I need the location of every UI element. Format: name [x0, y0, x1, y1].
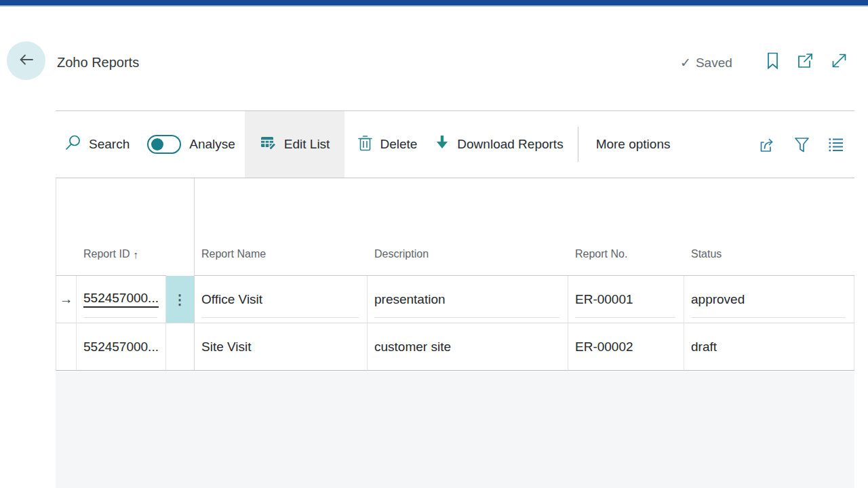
popout-icon[interactable]	[796, 52, 814, 70]
list-empty-area	[56, 371, 854, 488]
action-toolbar: Search Analyse Edit List Delete	[56, 110, 854, 178]
more-options-label: More options	[596, 137, 671, 152]
cell-report-no[interactable]: ER-00001	[568, 276, 684, 323]
cell-report-id[interactable]: 552457000...	[77, 323, 166, 371]
cell-status[interactable]: approved	[684, 276, 854, 323]
cell-report-name[interactable]: Site Visit	[195, 323, 368, 371]
cell-report-name[interactable]: Office Visit	[195, 276, 368, 323]
table-header-row: Report ID ↑ Report Name Description Repo…	[56, 178, 854, 276]
table-row: → 552457000... ⋮ Office Visit presentati…	[56, 276, 854, 323]
column-list-icon[interactable]	[827, 136, 844, 153]
row-marker-cell	[56, 323, 77, 371]
search-label: Search	[89, 137, 130, 152]
more-options-button[interactable]: More options	[596, 137, 671, 152]
header-marker-column	[56, 178, 77, 276]
edit-list-button[interactable]: Edit List	[245, 111, 345, 178]
cell-report-no[interactable]: ER-00002	[568, 323, 684, 371]
back-arrow-icon	[16, 51, 37, 71]
reports-table: Report ID ↑ Report Name Description Repo…	[56, 178, 854, 371]
row-menu-button[interactable]: ⋮	[166, 276, 195, 323]
cell-description[interactable]: customer site	[368, 323, 568, 371]
column-header-description[interactable]: Description	[368, 178, 568, 276]
bookmark-icon[interactable]	[765, 52, 781, 70]
check-icon: ✓	[680, 55, 691, 70]
row-marker-icon: →	[56, 276, 77, 323]
analyse-toggle-group: Analyse	[147, 135, 235, 154]
download-reports-button[interactable]: Download Reports	[434, 134, 563, 155]
cell-report-id[interactable]: 552457000...	[77, 276, 166, 323]
column-header-status[interactable]: Status	[684, 178, 854, 276]
column-header-report-id[interactable]: Report ID ↑	[77, 178, 166, 276]
table-row: 552457000... Site Visit customer site ER…	[56, 323, 854, 371]
page-title: Zoho Reports	[57, 55, 139, 70]
row-menu-icon: ⋮	[173, 291, 187, 308]
download-reports-label: Download Reports	[457, 137, 563, 152]
back-button[interactable]	[7, 41, 45, 80]
delete-icon	[357, 134, 373, 155]
cell-status[interactable]: draft	[684, 323, 854, 371]
save-status: ✓ Saved	[680, 55, 732, 70]
toolbar-divider	[578, 127, 578, 162]
column-header-report-no[interactable]: Report No.	[568, 178, 684, 276]
row-menu-cell	[166, 323, 195, 371]
toggle-knob	[151, 138, 163, 150]
report-id-link[interactable]: 552457000...	[83, 291, 159, 308]
search-icon	[64, 134, 82, 155]
save-status-label: Saved	[696, 56, 732, 70]
download-icon	[434, 134, 450, 155]
delete-label: Delete	[380, 137, 417, 152]
analyse-label: Analyse	[189, 137, 235, 152]
top-accent-bar	[0, 0, 868, 7]
column-header-report-name[interactable]: Report Name	[195, 178, 368, 276]
search-button[interactable]: Search	[64, 134, 130, 155]
report-id-header-label: Report ID	[83, 248, 130, 260]
edit-list-icon	[260, 134, 277, 155]
expand-icon[interactable]	[830, 52, 848, 70]
analyse-toggle[interactable]	[147, 135, 181, 154]
header-options-column	[166, 178, 195, 276]
sort-up-icon: ↑	[133, 249, 138, 260]
toolbar-right-icons	[758, 136, 844, 154]
share-icon[interactable]	[758, 136, 776, 154]
delete-button[interactable]: Delete	[357, 134, 417, 155]
edit-list-label: Edit List	[284, 137, 330, 152]
filter-icon[interactable]	[793, 136, 810, 154]
cell-description[interactable]: presentation	[368, 276, 568, 323]
